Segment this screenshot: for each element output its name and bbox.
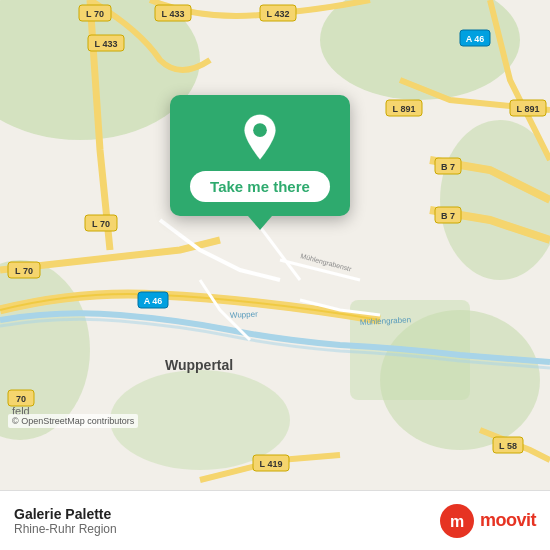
- bottom-info-bar: Galerie Palette Rhine-Ruhr Region m moov…: [0, 490, 550, 550]
- svg-text:L 432: L 432: [267, 9, 290, 19]
- svg-text:L 70: L 70: [86, 9, 104, 19]
- moovit-logo-icon: m: [440, 504, 474, 538]
- svg-text:L 433: L 433: [95, 39, 118, 49]
- svg-text:m: m: [450, 513, 464, 530]
- osm-attribution: © OpenStreetMap contributors: [8, 414, 138, 428]
- location-info: Galerie Palette Rhine-Ruhr Region: [14, 506, 117, 536]
- take-me-there-button[interactable]: Take me there: [190, 171, 330, 202]
- svg-text:L 70: L 70: [92, 219, 110, 229]
- svg-text:L 891: L 891: [393, 104, 416, 114]
- svg-text:70: 70: [16, 394, 26, 404]
- svg-text:Wuppertal: Wuppertal: [165, 357, 233, 373]
- svg-text:B 7: B 7: [441, 162, 455, 172]
- location-pin-icon: [236, 113, 284, 161]
- svg-text:L 58: L 58: [499, 441, 517, 451]
- map-view: L 70 L 70 L 70 L 433 L 433 L 432 A 46 A …: [0, 0, 550, 490]
- svg-text:A 46: A 46: [466, 34, 485, 44]
- moovit-label: moovit: [480, 510, 536, 531]
- moovit-logo[interactable]: m moovit: [440, 504, 536, 538]
- svg-text:L 70: L 70: [15, 266, 33, 276]
- svg-text:L 419: L 419: [260, 459, 283, 469]
- svg-point-43: [253, 123, 267, 137]
- location-region: Rhine-Ruhr Region: [14, 522, 117, 536]
- svg-text:B 7: B 7: [441, 211, 455, 221]
- svg-text:A 46: A 46: [144, 296, 163, 306]
- svg-text:L 433: L 433: [162, 9, 185, 19]
- location-popup: Take me there: [170, 95, 350, 216]
- svg-text:L 891: L 891: [517, 104, 540, 114]
- svg-text:Wupper: Wupper: [230, 310, 259, 320]
- location-name: Galerie Palette: [14, 506, 117, 522]
